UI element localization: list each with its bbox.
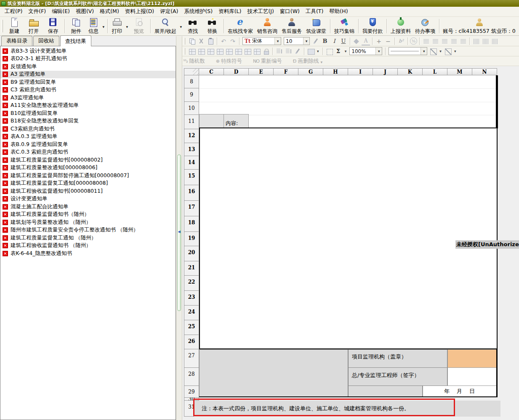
table-shade-icon[interactable]: [253, 47, 261, 56]
row-header[interactable]: 25: [184, 320, 199, 335]
row-header[interactable]: 16: [184, 185, 199, 201]
cell-c11[interactable]: [199, 114, 224, 128]
list-item[interactable]: 建筑工程质量监督通知书[000008002]: [0, 156, 176, 164]
column-header[interactable]: J: [373, 68, 398, 75]
dropdown-arrow-icon[interactable]: ▼: [454, 50, 456, 53]
list-item[interactable]: 建筑工程质量监督通知书（随州）: [0, 211, 176, 219]
row-header[interactable]: 9: [184, 88, 199, 102]
toolbar-button[interactable]: 信息: [86, 17, 106, 35]
align-left-icon[interactable]: [431, 37, 439, 45]
zoom-combo[interactable]: 100%▼: [349, 47, 382, 55]
sidebar-tab[interactable]: 表格目录: [1, 36, 32, 46]
list-item[interactable]: 建筑工程质量监督复工通知 （随州）: [0, 234, 176, 242]
toolbar-button[interactable]: 售后服务: [279, 17, 304, 35]
align-justify-icon[interactable]: [459, 37, 467, 45]
decrease-button[interactable]: −: [384, 37, 392, 45]
list-item[interactable]: 表B.0.9 监理通知回复单: [0, 141, 176, 149]
toolbar-button[interactable]: 附件: [67, 17, 86, 35]
edit-tool-button[interactable]: Ð 画删除线: [293, 58, 322, 65]
cut-icon[interactable]: [197, 37, 205, 45]
align-right-icon[interactable]: [450, 37, 458, 45]
underline-button[interactable]: U: [339, 37, 348, 45]
toolbar-button[interactable]: 预览: [129, 17, 149, 35]
cell-content-label[interactable]: 内容:: [224, 114, 249, 128]
diagonal-down-icon[interactable]: [429, 47, 437, 56]
menu-item[interactable]: 工具(T): [303, 7, 326, 16]
list-item[interactable]: 表A.0.3 监理通知单: [0, 133, 176, 141]
delete-col-icon[interactable]: [234, 47, 242, 56]
toolbar-button[interactable]: 展开/收起: [152, 17, 183, 35]
list-item[interactable]: B9 监理通知回复单: [0, 78, 176, 86]
row-header[interactable]: 13: [184, 143, 199, 156]
toolbar-button[interactable]: 保存: [43, 17, 63, 35]
superscript-button[interactable]: b²: [397, 37, 405, 45]
menu-item[interactable]: 评定(A): [157, 7, 181, 16]
cell-signature[interactable]: [447, 368, 497, 386]
menu-item[interactable]: 资料上报(D): [122, 7, 157, 16]
row-header[interactable]: 24: [184, 306, 199, 320]
cell-blank[interactable]: [348, 386, 423, 397]
menu-item[interactable]: 系统维护(S): [181, 7, 216, 16]
selected-cell[interactable]: [447, 349, 497, 368]
stamp-icon[interactable]: [293, 47, 302, 56]
list-item[interactable]: A3 监理通知单: [0, 71, 176, 79]
menu-item[interactable]: 窗口(W): [277, 7, 303, 16]
toolbar-button[interactable]: 新建: [5, 17, 24, 35]
menu-item[interactable]: 工程(P): [2, 7, 25, 16]
dropdown-arrow-icon[interactable]: [320, 58, 322, 64]
list-item[interactable]: 建筑工程质量整改通知[000008006]: [0, 164, 176, 172]
column-header[interactable]: E: [249, 68, 274, 75]
edit-tool-button[interactable]: ¹²₃ 随机数: [183, 58, 205, 65]
column-header[interactable]: K: [398, 68, 423, 75]
vertical-text-icon[interactable]: [481, 37, 490, 45]
menu-item[interactable]: 视图(V): [73, 7, 97, 16]
dropdown-arrow-icon[interactable]: [102, 23, 104, 29]
row-header[interactable]: 17: [184, 201, 199, 216]
collapse-left-icon[interactable]: ◀: [177, 230, 181, 234]
list-item[interactable]: 随州市建筑工程质量安全责令停工整改通知书 （随州）: [0, 226, 176, 234]
insert-col-icon[interactable]: [225, 47, 233, 56]
dropdown-arrow-icon[interactable]: ▼: [274, 37, 281, 45]
increase-button[interactable]: +: [375, 37, 383, 45]
paste-icon[interactable]: [206, 37, 215, 45]
table-fill-icon[interactable]: [243, 47, 252, 56]
toolbar-button[interactable]: 上报资料: [389, 17, 413, 35]
delete-row-icon[interactable]: [197, 47, 205, 56]
dropdown-arrow-icon[interactable]: [180, 23, 182, 29]
sheet-corner[interactable]: [184, 68, 199, 75]
font-color-button[interactable]: A: [362, 37, 370, 45]
col-spacing-icon[interactable]: [284, 47, 293, 56]
insert-row-icon[interactable]: [188, 47, 196, 56]
column-header[interactable]: G: [298, 68, 323, 75]
menu-item[interactable]: 帮助(H): [326, 7, 351, 16]
toolbar-button[interactable]: 替换: [202, 17, 222, 35]
list-item[interactable]: 设计变更通知单: [0, 195, 176, 203]
list-item[interactable]: B18安全隐患整改通知单回复: [0, 117, 176, 125]
row-header[interactable]: 10: [184, 102, 199, 115]
toolbar-button[interactable]: 打开: [24, 17, 43, 35]
toolbar-button[interactable]: 销售咨询: [255, 17, 279, 35]
cell-blank-left[interactable]: [199, 349, 348, 397]
list-item[interactable]: 建筑划等号质量整改通知 （随州）: [0, 218, 176, 226]
row-header[interactable]: 29: [184, 386, 199, 398]
toolbar-grip[interactable]: [184, 48, 185, 55]
menu-item[interactable]: 资料库(L): [216, 7, 244, 16]
lock-icon[interactable]: [262, 47, 270, 56]
menu-item[interactable]: 技术工艺(J): [244, 7, 277, 16]
split-cell-icon[interactable]: [216, 47, 224, 56]
list-item[interactable]: 表K-6-44_隐患整改通知书: [0, 250, 176, 258]
menu-item[interactable]: 编辑(E): [49, 7, 73, 16]
list-item[interactable]: B10监理通知回复单: [0, 109, 176, 117]
row-header[interactable]: 12: [184, 129, 199, 143]
column-header[interactable]: C: [199, 68, 224, 75]
column-header[interactable]: N: [472, 68, 497, 75]
row-header[interactable]: 18: [184, 216, 199, 232]
list-item[interactable]: 混凝土施工配合比通知单: [0, 203, 176, 211]
list-item[interactable]: C3索赔意向通知书: [0, 125, 176, 133]
list-item[interactable]: 建筑工程验收监督通知书 （随州）: [0, 242, 176, 250]
font-name-combo[interactable]: Tt宋体▼: [242, 37, 281, 45]
list-item[interactable]: 表C.0.3 索赔意向通知书: [0, 149, 176, 157]
row-header[interactable]: 26: [184, 335, 199, 349]
copy-icon[interactable]: [188, 37, 196, 45]
row-header[interactable]: 14: [184, 156, 199, 170]
